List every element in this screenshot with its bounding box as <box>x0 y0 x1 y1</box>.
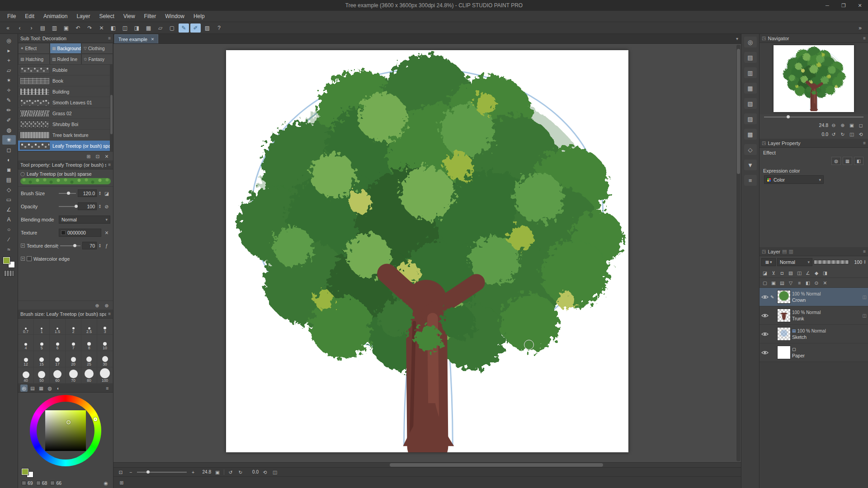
texture-density-slider[interactable] <box>60 245 80 246</box>
eyedropper-tool[interactable]: ✧ <box>2 85 16 95</box>
layer-visibility-icon[interactable] <box>761 295 769 300</box>
brush-size-option[interactable]: 2 <box>66 319 81 335</box>
subtool-group-tab[interactable]: ▤ Ruled line <box>50 54 81 65</box>
text-tool[interactable]: A <box>2 215 16 224</box>
lock-transparent-pixels-icon[interactable]: ▧ <box>787 269 794 277</box>
rotate-ccw-icon[interactable]: ↺ <box>830 131 837 138</box>
delete-layer-icon[interactable]: ✕ <box>821 279 829 286</box>
brush-size-option[interactable]: 25 <box>81 351 97 367</box>
save-icon[interactable]: ▣ <box>61 23 71 33</box>
material-download-icon[interactable]: ▼ <box>744 160 757 170</box>
brush-size-option[interactable]: 8 <box>81 335 97 351</box>
transfer-down-icon[interactable]: ▽ <box>787 279 794 286</box>
stabilization-icon[interactable]: ✎ <box>179 23 189 33</box>
eraser-tool[interactable]: ◻ <box>2 145 16 155</box>
blend-mode-dropdown[interactable]: Normal ▾ <box>777 258 812 266</box>
subtool-group-tab[interactable]: ▽ Clothing <box>81 43 113 54</box>
brush-size-option[interactable]: 5 <box>34 335 50 351</box>
navigator-zoom-slider[interactable] <box>764 117 863 117</box>
layer-thumbnail[interactable] <box>777 346 791 359</box>
material-3d-icon[interactable]: ◇ <box>744 144 757 155</box>
subtool-group-tab[interactable]: ▨ Hatching <box>18 54 50 65</box>
layer-name[interactable]: Crown <box>792 297 821 303</box>
brush-size-option[interactable]: 4 <box>18 335 34 351</box>
subtool-group-tab[interactable]: ✦ Effect <box>18 43 50 54</box>
foreground-color-swatch[interactable] <box>3 257 10 264</box>
brush-list-scrollbar[interactable] <box>110 65 113 151</box>
tone-effect-icon[interactable]: ▦ <box>843 157 852 165</box>
opacity-value[interactable]: 100 <box>78 202 97 210</box>
material-monochromatic-icon[interactable]: ▧ <box>744 98 757 109</box>
layer-item[interactable]: ✎ ▢ Paper ◫ <box>760 343 868 362</box>
layer-visibility-icon[interactable] <box>761 350 769 355</box>
selection-tool[interactable]: ▱ <box>2 66 16 75</box>
brush-size-stepper[interactable]: ▲▼ <box>99 191 101 196</box>
layer-thumbnail[interactable] <box>777 309 791 322</box>
brush-item[interactable]: Tree bark texture <box>18 130 113 141</box>
pen-tool[interactable]: ✎ <box>2 95 16 105</box>
intermediate-color-tab-icon[interactable]: ◐ <box>55 385 62 392</box>
panel-overflow-icon[interactable]: ≡ <box>744 175 757 186</box>
material-panel-icon[interactable]: ▥ <box>744 67 757 78</box>
hue-ring[interactable] <box>30 395 101 466</box>
brush-size-option[interactable]: 80 <box>81 367 97 384</box>
zoom-in-icon[interactable]: ⊕ <box>839 122 846 129</box>
pattern-swatch[interactable] <box>4 270 14 277</box>
blend-tool[interactable]: ◐ <box>2 155 16 164</box>
line-tool[interactable]: ∕ <box>2 235 16 244</box>
new-folder-icon[interactable]: ▤ <box>778 279 786 286</box>
rotate-cw-icon[interactable]: ↻ <box>237 469 244 476</box>
texture-density-stepper[interactable]: ▲▼ <box>99 244 101 248</box>
dock-icon[interactable]: ◳ <box>762 36 766 41</box>
brush-item[interactable]: Book <box>18 75 113 86</box>
create-subtool-icon[interactable]: ⊞ <box>85 153 92 160</box>
layer-thumbnail[interactable] <box>777 327 791 341</box>
new-vector-layer-icon[interactable]: ▣ <box>770 279 777 286</box>
rotate-ccw-icon[interactable]: ↺ <box>227 469 234 476</box>
redo-icon[interactable]: ↷ <box>85 23 95 33</box>
menu-item[interactable]: Animation <box>39 11 72 22</box>
balloon-tool[interactable]: ○ <box>2 225 16 234</box>
snap-to-grid-icon[interactable]: ▦ <box>143 23 154 33</box>
snap-to-ruler-icon[interactable]: ◫ <box>120 23 130 33</box>
brush-size-option[interactable]: 70 <box>66 367 81 384</box>
brush-size-option[interactable]: 1 <box>34 319 50 335</box>
panel-menu-icon[interactable]: ≡ <box>108 36 111 41</box>
zoom-out-icon[interactable]: ⊖ <box>830 122 837 129</box>
menu-item[interactable]: Window <box>160 11 189 22</box>
brush-size-option[interactable]: 10 <box>97 335 113 351</box>
select-area-icon[interactable]: ▱ <box>155 23 165 33</box>
collapse-left-icon[interactable]: « <box>3 23 13 33</box>
tab-list-icon[interactable]: ▾ <box>736 36 738 41</box>
brush-size-option[interactable]: 60 <box>50 367 66 384</box>
layer-color-effect-icon[interactable]: ◧ <box>854 157 863 165</box>
menu-item[interactable]: View <box>119 11 140 22</box>
brush-item[interactable]: Shrubby Boi <box>18 119 113 130</box>
dock-icon[interactable]: ◳ <box>762 141 766 145</box>
brush-item[interactable]: Rubble <box>18 65 113 75</box>
color-wheel-tab-icon[interactable]: ◎ <box>20 385 28 392</box>
advanced-settings-icon[interactable]: ⊛ <box>103 302 110 309</box>
flip-horizontal-icon[interactable]: ◫ <box>848 131 855 138</box>
frame-border-tool[interactable]: ▭ <box>2 195 16 204</box>
ruler-tool[interactable]: ∠ <box>2 205 16 214</box>
zoom-reset-icon[interactable]: ▣ <box>214 469 221 476</box>
gradient-tool[interactable]: ▤ <box>2 175 16 184</box>
expand-icon[interactable]: + <box>21 244 25 248</box>
figure-tool[interactable]: ◇ <box>2 185 16 194</box>
brush-size-option[interactable]: 0.7 <box>18 319 34 335</box>
undo-icon[interactable]: ↶ <box>73 23 83 33</box>
blending-mode-dropdown[interactable]: Normal ▾ <box>59 216 110 224</box>
brush-size-option[interactable]: 40 <box>18 367 34 384</box>
menu-item[interactable]: Select <box>94 11 118 22</box>
color-set-tab-icon[interactable]: ▦ <box>38 385 45 392</box>
search-panel-icon[interactable]: ◎ <box>744 37 757 47</box>
foreground-color-swatch[interactable] <box>22 469 28 475</box>
panel-menu-icon[interactable]: ≡ <box>104 385 111 392</box>
expression-color-dropdown[interactable]: Color ▾ <box>764 175 824 184</box>
saturation-value-square[interactable] <box>45 410 86 451</box>
merge-down-icon[interactable]: ≡ <box>796 279 803 286</box>
menu-item[interactable]: Help <box>189 11 209 22</box>
help-icon[interactable]: ? <box>214 23 224 33</box>
new-raster-layer-icon[interactable]: ▢ <box>761 279 769 286</box>
